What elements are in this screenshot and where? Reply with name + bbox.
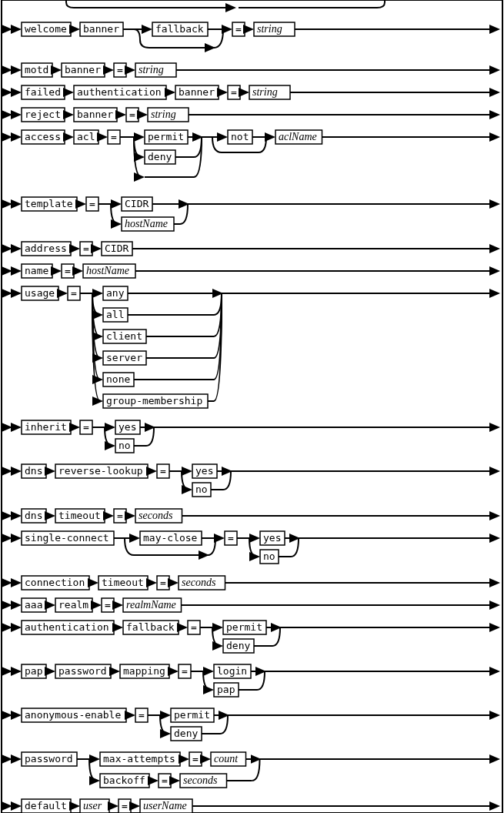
eq19b-label: = bbox=[162, 775, 168, 786]
eq6-label: = bbox=[89, 198, 95, 209]
nt-seconds3-label: seconds bbox=[183, 775, 218, 786]
kw-dns-label: dns bbox=[25, 465, 42, 477]
nt-aclname-label: aclName bbox=[279, 131, 317, 142]
kw-inherit-label: inherit bbox=[25, 421, 67, 433]
nt-hostname-label: hostName bbox=[125, 218, 168, 229]
nt-count-label: count bbox=[214, 753, 239, 764]
kw-not-label: not bbox=[231, 131, 249, 142]
kw-fallback-label: fallback bbox=[155, 23, 204, 35]
kw-backoff-label: backoff bbox=[103, 775, 145, 786]
kw-server-label: server bbox=[106, 352, 142, 363]
kw-any-label: any bbox=[106, 287, 125, 299]
kw-password2-label: password bbox=[25, 753, 73, 764]
kw-pap-label: pap bbox=[25, 665, 43, 677]
eq11-label: = bbox=[160, 465, 166, 477]
kw-banner3-label: banner bbox=[179, 86, 215, 98]
kw-mayclose-label: may-close bbox=[143, 532, 198, 544]
kw-maxatt-label: max-attempts bbox=[103, 753, 175, 764]
nt-username-label: userName bbox=[143, 800, 187, 811]
eq-label: = bbox=[235, 23, 242, 35]
eq14-label: = bbox=[160, 577, 166, 588]
kw-timeout2-label: timeout bbox=[102, 577, 144, 588]
kw-motd-label: motd bbox=[25, 64, 48, 75]
kw-welcome-label: welcome bbox=[25, 23, 67, 35]
eq12-label: = bbox=[117, 510, 123, 521]
kw-connection-label: connection bbox=[25, 577, 85, 588]
kw-anonenable-label: anonymous-enable bbox=[25, 709, 121, 721]
eq2-label: = bbox=[117, 64, 123, 75]
kw-banner-label: banner bbox=[83, 23, 119, 35]
eq13-label: = bbox=[228, 532, 234, 544]
nt-hostname2-label: hostName bbox=[86, 265, 129, 276]
kw-deny2-label: deny bbox=[226, 640, 250, 651]
kw-auth2-label: authentication bbox=[25, 621, 109, 633]
eq8-label: = bbox=[65, 265, 71, 276]
kw-fallback2-label: fallback bbox=[126, 621, 175, 633]
eq10-label: = bbox=[83, 421, 89, 433]
eq20-label: = bbox=[122, 800, 128, 811]
kw-banner4-label: banner bbox=[77, 109, 113, 120]
kw-name-label: name bbox=[25, 265, 48, 276]
kw-deny-label: deny bbox=[148, 151, 172, 162]
nt-string3-label: string bbox=[252, 86, 278, 98]
kw-permit2-label: permit bbox=[226, 621, 262, 633]
kw-access-label: access bbox=[25, 131, 61, 142]
nt-realmname-label: realmName bbox=[126, 599, 176, 611]
kw-acl-label: acl bbox=[77, 131, 95, 142]
kw-no3-label: no bbox=[263, 550, 275, 562]
kw-mapping-label: mapping bbox=[123, 665, 165, 677]
eq9-label: = bbox=[71, 287, 77, 299]
kw-groupmem-label: group-membership bbox=[106, 395, 202, 406]
eq19a-label: = bbox=[192, 753, 199, 764]
kw-none-label: none bbox=[106, 373, 130, 385]
kw-template-label: template bbox=[25, 198, 73, 209]
kw-password-label: password bbox=[58, 665, 107, 677]
nt-string2-label: string bbox=[139, 64, 164, 75]
nt-string-label: string bbox=[257, 23, 282, 35]
kw-address-label: address bbox=[25, 243, 67, 254]
nt-seconds-label: seconds bbox=[139, 510, 173, 521]
nt-string4-label: string bbox=[151, 109, 176, 120]
kw-auth-label: authentication bbox=[77, 86, 162, 98]
eq18-label: = bbox=[139, 709, 145, 721]
kw-singleconn-label: single-connect bbox=[25, 532, 109, 544]
kw-usage-label: usage bbox=[25, 287, 55, 299]
kw-default-label: default bbox=[25, 800, 67, 811]
railroad-diagram: welcomebannerfallback=stringmotdbanner=s… bbox=[0, 0, 504, 813]
kw-cidr-label: CIDR bbox=[125, 198, 149, 209]
kw-yes-label: yes bbox=[118, 421, 136, 433]
kw-cidr2-label: CIDR bbox=[105, 243, 129, 254]
kw-timeout-label: timeout bbox=[58, 510, 101, 521]
eq16-label: = bbox=[191, 621, 197, 633]
eq4-label: = bbox=[129, 109, 135, 120]
kw-all-label: all bbox=[106, 309, 124, 320]
nt-seconds2-label: seconds bbox=[182, 577, 216, 588]
kw-pap2-label: pap bbox=[217, 684, 235, 695]
eq5-label: = bbox=[111, 131, 117, 142]
kw-reject-label: reject bbox=[25, 109, 61, 120]
kw-login-label: login bbox=[217, 665, 247, 677]
kw-aaa-label: aaa bbox=[25, 599, 42, 611]
kw-no2-label: no bbox=[195, 483, 208, 495]
kw-deny3-label: deny bbox=[174, 728, 198, 739]
nt-user-label: user bbox=[83, 800, 102, 811]
eq15-label: = bbox=[105, 599, 111, 611]
eq17-label: = bbox=[182, 665, 188, 677]
kw-client-label: client bbox=[106, 330, 142, 342]
eq7-label: = bbox=[83, 243, 89, 254]
kw-realm-label: realm bbox=[58, 599, 88, 611]
kw-permit-label: permit bbox=[148, 131, 184, 142]
kw-no-label: no bbox=[118, 440, 131, 451]
kw-permit3-label: permit bbox=[174, 709, 210, 721]
kw-banner2-label: banner bbox=[65, 64, 101, 75]
kw-failed-label: failed bbox=[25, 86, 61, 98]
kw-yes2-label: yes bbox=[195, 465, 213, 477]
kw-dns2-label: dns bbox=[25, 510, 42, 521]
kw-yes3-label: yes bbox=[263, 532, 281, 544]
eq3-label: = bbox=[231, 86, 237, 98]
kw-revlookup-label: reverse-lookup bbox=[58, 465, 143, 477]
